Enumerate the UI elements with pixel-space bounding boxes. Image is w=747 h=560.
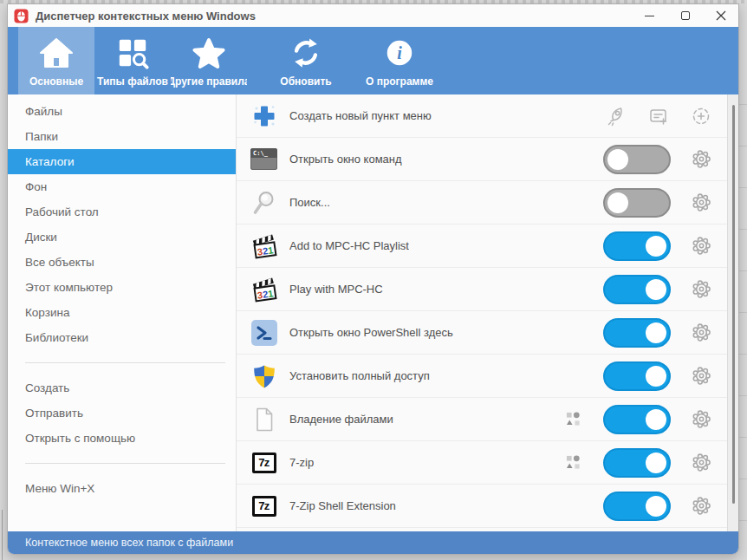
toolbar: ОсновныеТипы файловДругие правилаОбновит… bbox=[8, 27, 738, 94]
info-icon: i bbox=[383, 32, 416, 74]
toggle-knob bbox=[646, 322, 666, 343]
menu-row[interactable]: Поиск... bbox=[237, 181, 727, 225]
toolbar-button-label: О программе bbox=[366, 75, 433, 88]
toolbar-button-refresh[interactable]: Обновить bbox=[268, 27, 344, 94]
app-icon bbox=[14, 9, 29, 23]
gear-icon[interactable] bbox=[692, 496, 711, 516]
minimize-button[interactable] bbox=[632, 4, 667, 27]
menu-row-label: Открыть окно команд bbox=[289, 153, 402, 166]
menu-row-label: 7-zip bbox=[289, 456, 314, 469]
menu-row-controls bbox=[603, 188, 711, 218]
content-area: ФайлыПапкиКаталогиФонРабочий столДискиВс… bbox=[8, 94, 738, 531]
gear-icon[interactable] bbox=[692, 409, 711, 429]
toggle-switch[interactable] bbox=[603, 448, 671, 478]
sidebar-item[interactable]: Рабочий стол bbox=[8, 199, 236, 225]
menu-row-label: Открыть окно PowerShell здесь bbox=[289, 326, 453, 339]
sidebar-item[interactable]: Диски bbox=[8, 225, 236, 250]
gear-icon[interactable] bbox=[692, 322, 711, 342]
gear-icon[interactable] bbox=[692, 192, 711, 212]
sidebar-separator bbox=[25, 463, 225, 464]
menu-row[interactable]: Установить полный доступ bbox=[237, 355, 727, 398]
scrollbar-track[interactable] bbox=[727, 94, 738, 531]
maximize-button[interactable] bbox=[667, 4, 703, 27]
sidebar-item[interactable]: Файлы bbox=[8, 99, 236, 124]
title-bar: Диспетчер контекстных меню Windows bbox=[8, 4, 738, 27]
star-icon bbox=[192, 32, 226, 74]
toggle-knob bbox=[646, 496, 666, 517]
gear-icon[interactable] bbox=[692, 236, 711, 256]
status-bar: Контекстное меню всех папок с файлами bbox=[8, 531, 738, 554]
close-button[interactable] bbox=[703, 4, 738, 27]
sidebar-item[interactable]: Этот компьютер bbox=[8, 275, 236, 300]
menu-row[interactable]: Открыть окно PowerShell здесь bbox=[237, 311, 727, 355]
toolbar-button-label: Основные bbox=[29, 75, 83, 88]
status-text: Контекстное меню всех папок с файлами bbox=[25, 537, 233, 549]
svg-text:321: 321 bbox=[257, 244, 274, 257]
menu-row-controls bbox=[603, 361, 711, 391]
menu-row[interactable]: C:\_Открыть окно команд bbox=[237, 138, 727, 181]
toggle-switch[interactable] bbox=[603, 231, 671, 261]
gear-icon[interactable] bbox=[692, 366, 711, 386]
menu-row-controls bbox=[603, 145, 711, 174]
minimize-icon bbox=[645, 16, 654, 16]
sidebar-item[interactable]: Все объекты bbox=[8, 250, 236, 275]
mpc-icon: 321 bbox=[250, 277, 278, 303]
desktop-artifact bbox=[739, 104, 747, 560]
menu-row-controls bbox=[603, 275, 711, 304]
window-title: Диспетчер контекстных меню Windows bbox=[36, 10, 256, 23]
sidebar-item[interactable]: Создать bbox=[8, 375, 236, 400]
menu-row[interactable]: Владение файлами bbox=[237, 398, 727, 441]
sidebar-item[interactable]: Открыть с помощью bbox=[8, 426, 236, 451]
menu-row-controls bbox=[603, 318, 711, 348]
cmd-icon: C:\_ bbox=[250, 148, 278, 170]
toggle-switch[interactable] bbox=[603, 318, 671, 348]
scrollbar-thumb[interactable] bbox=[732, 105, 735, 504]
menu-row[interactable]: Создать новый пункт меню bbox=[237, 94, 727, 138]
powershell-icon bbox=[250, 320, 278, 346]
menu-row-label: Владение файлами bbox=[289, 413, 393, 426]
toggle-switch[interactable] bbox=[603, 361, 671, 391]
menu-row-controls bbox=[603, 231, 711, 261]
toggle-switch[interactable] bbox=[603, 145, 671, 174]
gear-icon[interactable] bbox=[692, 453, 711, 472]
toggle-knob bbox=[646, 236, 666, 257]
rocket-icon[interactable] bbox=[606, 106, 627, 127]
sidebar-item[interactable]: Корзина bbox=[8, 300, 236, 325]
toolbar-button-about[interactable]: iО программе bbox=[361, 27, 438, 94]
sidebar-item[interactable]: Меню Win+X bbox=[8, 476, 236, 501]
home-icon bbox=[39, 32, 74, 74]
toolbar-button-other-rules[interactable]: Другие правила bbox=[171, 27, 247, 94]
toggle-switch[interactable] bbox=[603, 492, 671, 521]
7z-icon: 7z bbox=[250, 496, 278, 517]
toggle-switch[interactable] bbox=[603, 275, 671, 304]
menu-row[interactable]: 321Play with MPC-HC bbox=[237, 268, 727, 311]
sidebar-item[interactable]: Папки bbox=[8, 124, 236, 149]
sidebar-item[interactable]: Фон bbox=[8, 174, 236, 199]
sidebar: ФайлыПапкиКаталогиФонРабочий столДискиВс… bbox=[8, 94, 237, 531]
menu-row[interactable]: 321Add to MPC-HC Playlist bbox=[237, 225, 727, 268]
menu-row[interactable]: 7z7-zip bbox=[237, 441, 727, 485]
toggle-knob bbox=[607, 192, 628, 213]
grid-search-icon bbox=[116, 32, 149, 74]
toolbar-button-main[interactable]: Основные bbox=[18, 27, 94, 94]
window-controls bbox=[632, 4, 738, 27]
svg-text:i: i bbox=[397, 43, 402, 62]
toggle-switch[interactable] bbox=[603, 405, 671, 434]
menu-row-label: Add to MPC-HC Playlist bbox=[289, 239, 409, 252]
sidebar-item[interactable]: Каталоги bbox=[8, 149, 236, 174]
menu-row[interactable]: 7z7-Zip Shell Extension bbox=[237, 485, 727, 528]
menu-row-label: 7-Zip Shell Extension bbox=[289, 499, 396, 512]
toggle-switch[interactable] bbox=[603, 188, 671, 218]
toolbar-button-label: Другие правила bbox=[171, 75, 247, 88]
target-add-icon[interactable] bbox=[691, 106, 711, 127]
note-add-icon[interactable] bbox=[648, 106, 669, 127]
subitems-icon bbox=[566, 412, 581, 427]
gear-icon[interactable] bbox=[692, 149, 711, 169]
gear-icon[interactable] bbox=[692, 279, 711, 299]
sidebar-item[interactable]: Отправить bbox=[8, 400, 236, 426]
toolbar-button-file-types[interactable]: Типы файлов bbox=[94, 27, 171, 94]
sidebar-item[interactable]: Библиотеки bbox=[8, 325, 236, 350]
toggle-knob bbox=[646, 409, 666, 430]
close-icon bbox=[716, 10, 726, 21]
menu-row-label: Создать новый пункт меню bbox=[289, 109, 432, 122]
